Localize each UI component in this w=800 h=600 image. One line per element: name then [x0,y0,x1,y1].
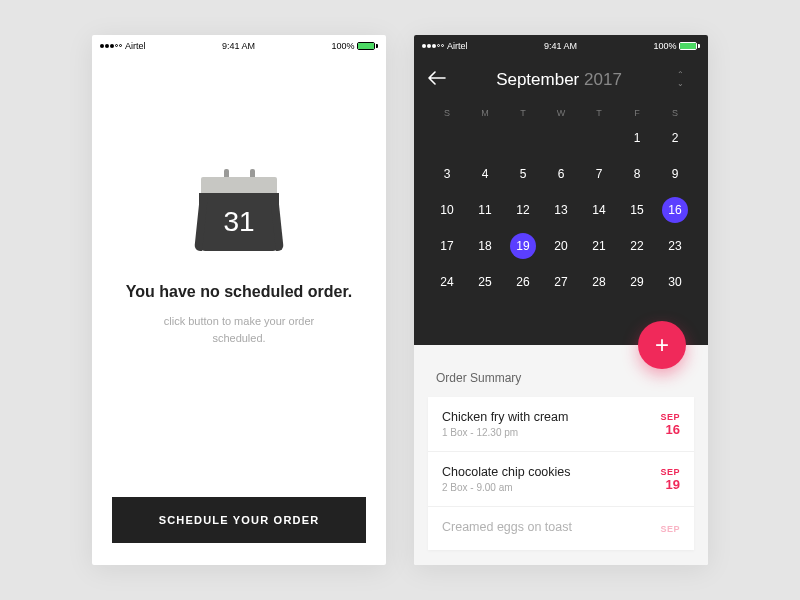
back-button[interactable] [428,69,448,90]
calendar-header: September 2017 ⌃ ⌄ [414,53,708,98]
month-text: September [496,70,579,89]
calendar-day[interactable]: 16 [656,198,694,222]
calendar-day[interactable]: 11 [466,198,504,222]
order-summary-list: Chicken fry with cream1 Box - 12.30 pmSE… [428,397,694,550]
calendar-day[interactable]: 26 [504,270,542,294]
screen-empty-state: Airtel 9:41 AM 100% 31 You have no sched… [92,35,386,565]
order-item-meta: 2 Box - 9.00 am [442,482,571,493]
status-bar: Airtel 9:41 AM 100% [414,35,708,53]
battery-label: 100% [653,41,676,51]
calendar-day[interactable]: 22 [618,234,656,258]
status-time: 9:41 AM [222,41,255,51]
order-summary-item[interactable]: Creamed eggs on toastSEP [428,507,694,550]
calendar-day[interactable]: 20 [542,234,580,258]
order-item-name: Creamed eggs on toast [442,520,572,534]
empty-title: You have no scheduled order. [126,283,352,301]
calendar-day[interactable]: 3 [428,162,466,186]
empty-state-container: 31 You have no scheduled order. click bu… [92,53,386,346]
calendar-day[interactable]: 12 [504,198,542,222]
calendar-day[interactable]: 21 [580,234,618,258]
calendar-day[interactable]: 27 [542,270,580,294]
status-right: 100% [331,41,378,51]
calendar-day[interactable]: 4 [466,162,504,186]
year-text: 2017 [584,70,622,89]
calendar-day[interactable]: 29 [618,270,656,294]
status-time: 9:41 AM [544,41,577,51]
calendar-day[interactable]: 30 [656,270,694,294]
calendar-day[interactable]: 18 [466,234,504,258]
battery-icon [357,42,378,50]
status-bar: Airtel 9:41 AM 100% [92,35,386,53]
order-item-date: SEP19 [660,467,680,492]
calendar-day[interactable]: 1 [618,126,656,150]
calendar-day[interactable]: 8 [618,162,656,186]
calendar-icon: 31 [199,173,279,251]
add-order-fab[interactable]: + [638,321,686,369]
order-item-date: SEP16 [660,412,680,437]
order-item-info: Chocolate chip cookies2 Box - 9.00 am [442,465,571,493]
calendar-day[interactable]: 10 [428,198,466,222]
weekday-row: SMTWTFS [414,98,708,124]
calendar-panel: Airtel 9:41 AM 100% September 2017 ⌃ ⌄ S [414,35,708,345]
signal-icon [422,44,444,48]
status-left: Airtel [422,41,468,51]
carrier-label: Airtel [447,41,468,51]
signal-icon [100,44,122,48]
calendar-day[interactable]: 25 [466,270,504,294]
order-item-name: Chicken fry with cream [442,410,568,424]
calendar-day[interactable]: 13 [542,198,580,222]
schedule-order-button[interactable]: SCHEDULE YOUR ORDER [112,497,366,543]
calendar-day[interactable]: 19 [504,234,542,258]
order-summary-item[interactable]: Chocolate chip cookies2 Box - 9.00 amSEP… [428,452,694,507]
calendar-day[interactable]: 24 [428,270,466,294]
weekday-label: T [504,108,542,118]
plus-icon: + [655,331,669,359]
calendar-day[interactable]: 9 [656,162,694,186]
order-item-month: SEP [660,467,680,477]
month-stepper[interactable]: ⌃ ⌄ [670,71,690,88]
order-summary-item[interactable]: Chicken fry with cream1 Box - 12.30 pmSE… [428,397,694,452]
order-item-info: Chicken fry with cream1 Box - 12.30 pm [442,410,568,438]
chevron-down-icon: ⌄ [677,80,684,88]
calendar-day[interactable]: 14 [580,198,618,222]
order-item-info: Creamed eggs on toast [442,520,572,537]
order-item-day: 16 [660,422,680,437]
calendar-icon-day: 31 [223,206,254,238]
calendar-day[interactable]: 2 [656,126,694,150]
calendar-day[interactable]: 15 [618,198,656,222]
month-year-label: September 2017 [448,70,670,90]
weekday-label: S [428,108,466,118]
battery-label: 100% [331,41,354,51]
order-item-day: 19 [660,477,680,492]
calendar-grid: 1234567891011121314151617181920212223242… [414,124,708,296]
weekday-label: S [656,108,694,118]
battery-icon [679,42,700,50]
calendar-day[interactable]: 5 [504,162,542,186]
order-item-name: Chocolate chip cookies [442,465,571,479]
calendar-day[interactable]: 7 [580,162,618,186]
empty-subtitle: click button to make your order schedule… [149,313,329,346]
screen-calendar: Airtel 9:41 AM 100% September 2017 ⌃ ⌄ S [414,35,708,565]
order-item-meta: 1 Box - 12.30 pm [442,427,568,438]
weekday-label: F [618,108,656,118]
order-summary-panel: Order Summary Chicken fry with cream1 Bo… [414,345,708,565]
calendar-day[interactable]: 23 [656,234,694,258]
calendar-day[interactable]: 6 [542,162,580,186]
calendar-day[interactable]: 17 [428,234,466,258]
order-item-month: SEP [660,524,680,534]
calendar-day[interactable]: 28 [580,270,618,294]
order-item-month: SEP [660,412,680,422]
weekday-label: T [580,108,618,118]
order-item-date: SEP [660,524,680,534]
weekday-label: M [466,108,504,118]
status-left: Airtel [100,41,146,51]
weekday-label: W [542,108,580,118]
chevron-up-icon: ⌃ [677,71,684,79]
carrier-label: Airtel [125,41,146,51]
status-right: 100% [653,41,700,51]
